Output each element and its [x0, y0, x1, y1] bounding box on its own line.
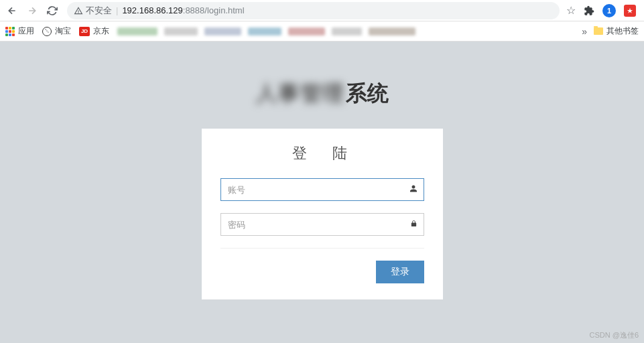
- jd-icon: JD: [79, 27, 90, 36]
- extensions-icon[interactable]: [584, 5, 594, 16]
- password-group: [220, 213, 424, 236]
- address-bar[interactable]: 不安全 | 192.168.86.129:8888/login.html: [67, 2, 560, 19]
- taobao-icon: ␕: [42, 27, 52, 36]
- url-text: 192.168.86.129:8888/login.html: [122, 5, 244, 15]
- bookmarks-right: » 其他书签: [582, 25, 639, 37]
- login-heading: 登 陆: [220, 143, 424, 163]
- bookmark-label: 淘宝: [55, 25, 71, 37]
- security-label: 不安全: [86, 5, 112, 17]
- page-content: 人事管理系统 登 陆 登录 CSDN @逸佳6: [0, 42, 644, 343]
- username-group: [220, 178, 424, 201]
- toolbar-right: ☆ 1: [566, 4, 640, 17]
- bookmarks-bar: 应用 ␕ 淘宝 JD 京东 » 其他书签: [0, 21, 644, 42]
- bookmark-other-folder[interactable]: 其他书签: [594, 25, 639, 37]
- bookmark-label: 应用: [18, 25, 34, 37]
- watermark: CSDN @逸佳6: [589, 330, 639, 340]
- security-indicator[interactable]: 不安全: [74, 5, 112, 17]
- browser-toolbar: 不安全 | 192.168.86.129:8888/login.html ☆ 1: [0, 0, 644, 21]
- title-clear: 系统: [346, 79, 389, 109]
- bookmark-taobao[interactable]: ␕ 淘宝: [42, 25, 71, 37]
- forward-button[interactable]: [24, 3, 40, 19]
- lock-icon: [410, 220, 417, 230]
- button-row: 登录: [220, 261, 424, 283]
- reload-button[interactable]: [44, 3, 60, 19]
- bookmark-apps[interactable]: 应用: [5, 25, 34, 37]
- login-button[interactable]: 登录: [376, 261, 424, 283]
- bookmark-jd[interactable]: JD 京东: [79, 25, 109, 37]
- bookmark-label: 京东: [93, 25, 109, 37]
- profile-badge[interactable]: 1: [602, 4, 616, 17]
- apps-icon: [5, 27, 15, 36]
- separator: |: [116, 5, 118, 15]
- blurred-bookmarks: [117, 27, 574, 36]
- bookmark-star-icon[interactable]: ☆: [566, 4, 576, 17]
- extension-badge-icon[interactable]: [624, 5, 636, 17]
- folder-icon: [594, 27, 603, 35]
- login-card: 登 陆 登录: [202, 129, 443, 299]
- back-button[interactable]: [4, 3, 20, 19]
- divider: [220, 248, 424, 249]
- bookmark-label: 其他书签: [606, 25, 639, 37]
- username-input[interactable]: [220, 178, 424, 201]
- user-icon: [409, 185, 417, 195]
- password-input[interactable]: [220, 213, 424, 236]
- warning-icon: [74, 6, 83, 15]
- page-title: 人事管理系统: [256, 79, 389, 109]
- title-blurred: 人事管理: [256, 79, 344, 109]
- overflow-button[interactable]: »: [582, 26, 587, 37]
